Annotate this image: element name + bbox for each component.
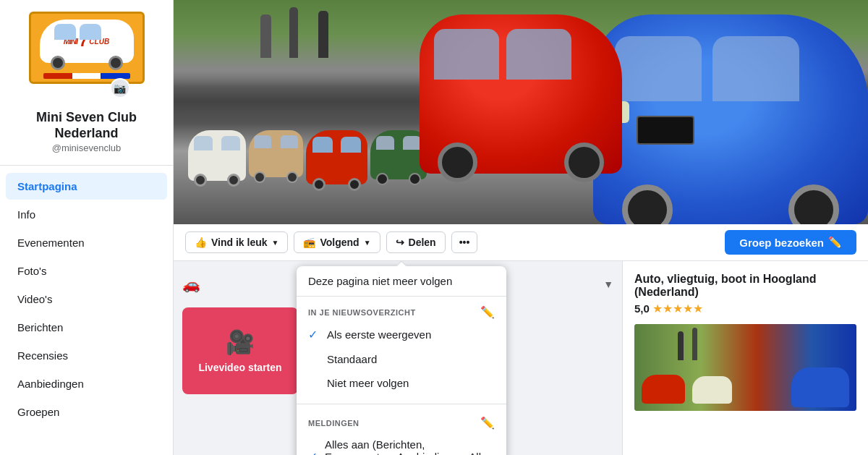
camera-icon: 📷 (114, 82, 126, 94)
sidebar-item-groepen[interactable]: Groepen (6, 399, 167, 425)
like-chevron-icon: ▼ (272, 239, 279, 247)
car-emoji-icon: 🚗 (182, 276, 200, 293)
sidebar-item-label: Aanbiedingen (17, 378, 84, 390)
option-niet-meer-volgen[interactable]: Niet meer volgen (297, 371, 506, 395)
dropdown-divider (297, 404, 506, 404)
notifications-edit-icon[interactable]: ✏️ (480, 416, 495, 430)
like-button[interactable]: 👍 Vind ik leuk ▼ (185, 231, 288, 253)
option-label: Als eerste weergeven (327, 328, 431, 341)
option-label: Alles aan (Berichten, Evenementen, Aanbi… (325, 438, 495, 455)
more-icon: ••• (459, 237, 470, 248)
like-label: Vind ik leuk (211, 237, 268, 248)
profile-section: MINI 7 CLUB 📷 (0, 0, 173, 166)
option-standaard[interactable]: Standaard (297, 347, 506, 371)
livevideo-label: Livevideo starten (198, 362, 281, 373)
page-layout: MINI 7 CLUB 📷 (0, 0, 868, 455)
sidebar-item-label: Video's (17, 293, 52, 305)
pencil-icon: ✏️ (828, 236, 842, 249)
notifications-title: MELDINGEN (308, 419, 359, 428)
rating-stars: ★★★★★ (652, 302, 703, 315)
option-als-eerste[interactable]: ✓ Als eerste weergeven (297, 322, 506, 347)
following-chevron-icon: ▼ (364, 239, 371, 247)
sidebar-item-label: Berichten (17, 321, 63, 333)
more-button[interactable]: ••• (451, 231, 478, 253)
sidebar-item-recensies[interactable]: Recensies (6, 342, 167, 369)
page-handle: @minisevenclub (52, 143, 122, 153)
share-button[interactable]: ↪ Delen (386, 231, 446, 253)
sidebar-item-label: Foto's (17, 265, 46, 277)
more-options-icon[interactable]: ▼ (603, 278, 613, 290)
sidebar-item-evenementen[interactable]: Evenementen (6, 229, 167, 256)
following-dropdown: Deze pagina niet meer volgen IN JE NIEUW… (297, 260, 506, 455)
below-cover: 🚗 ▼ 🎥 Livevideo starten 💬 Chatberichten … (174, 261, 868, 455)
following-label: Volgend (320, 237, 359, 248)
check-icon: ✓ (308, 328, 320, 341)
unfollow-label: Deze pagina niet meer volgen (308, 275, 452, 287)
share-label: Delen (409, 237, 436, 248)
sidebar-item-label: Recensies (17, 349, 68, 362)
visit-group-button[interactable]: Groep bezoeken ✏️ (725, 230, 856, 255)
left-sidebar: MINI 7 CLUB 📷 (0, 0, 174, 455)
sidebar-item-label: Startpagina (17, 180, 77, 192)
action-bar: 👍 Vind ik leuk ▼ 📻 Volgend ▼ ↪ Delen •••… (174, 224, 868, 261)
option-label: Niet meer volgen (327, 377, 409, 389)
notifications-header: MELDINGEN ✏️ (297, 413, 506, 433)
like-icon: 👍 (195, 237, 207, 248)
option-label: Standaard (327, 353, 377, 365)
sidebar-item-aanbiedingen[interactable]: Aanbiedingen (6, 370, 167, 397)
cover-scene (174, 0, 868, 224)
unfollow-option[interactable]: Deze pagina niet meer volgen (297, 266, 506, 297)
sidebar-nav: Startpagina Info Evenementen Foto's Vide… (0, 166, 173, 433)
profile-logo-container: MINI 7 CLUB 📷 (29, 12, 145, 98)
cover-photo (174, 0, 868, 224)
sidebar-item-info[interactable]: Info (6, 201, 167, 228)
visit-label: Groep bezoeken (739, 237, 824, 249)
sidebar-item-label: Groepen (17, 406, 59, 418)
newsfeed-title: IN JE NIEUWSOVERZICHT (308, 308, 416, 317)
share-icon: ↪ (396, 237, 404, 248)
right-panel-title: Auto, vliegtuig, boot in Hoogland (Neder… (634, 273, 856, 299)
right-sidebar: Auto, vliegtuig, boot in Hoogland (Neder… (622, 261, 868, 455)
livevideo-icon: 🎥 (226, 328, 255, 356)
page-logo: MINI 7 CLUB (29, 12, 145, 84)
rating-number: 5,0 (634, 302, 650, 315)
check-icon: ✓ (308, 450, 318, 455)
dropdown-menu: Deze pagina niet meer volgen IN JE NIEUW… (297, 266, 506, 455)
sidebar-item-startpagina[interactable]: Startpagina (6, 173, 167, 200)
newsfeed-section: IN JE NIEUWSOVERZICHT ✏️ ✓ Als eerste we… (297, 297, 506, 401)
newsfeed-edit-icon[interactable]: ✏️ (480, 305, 495, 319)
newsfeed-header: IN JE NIEUWSOVERZICHT ✏️ (297, 302, 506, 322)
option-alles-aan[interactable]: ✓ Alles aan (Berichten, Evenementen, Aan… (297, 433, 506, 455)
sidebar-item-fotos[interactable]: Foto's (6, 258, 167, 284)
page-title: Mini Seven Club Nederland (12, 110, 161, 141)
sidebar-item-berichten[interactable]: Berichten (6, 314, 167, 341)
right-panel-image (634, 324, 856, 411)
following-button[interactable]: 📻 Volgend ▼ (294, 231, 380, 253)
right-content-area: 👍 Vind ik leuk ▼ 📻 Volgend ▼ ↪ Delen •••… (174, 0, 868, 455)
livevideo-card[interactable]: 🎥 Livevideo starten (182, 307, 298, 394)
notifications-section: MELDINGEN ✏️ ✓ Alles aan (Berichten, Eve… (297, 407, 506, 455)
rating-row: 5,0 ★★★★★ (634, 302, 856, 315)
following-icon: 📻 (303, 237, 315, 248)
change-photo-button[interactable]: 📷 (110, 78, 130, 98)
sidebar-item-label: Info (17, 208, 35, 221)
sidebar-item-videos[interactable]: Video's (6, 286, 167, 312)
sidebar-item-label: Evenementen (17, 237, 85, 249)
